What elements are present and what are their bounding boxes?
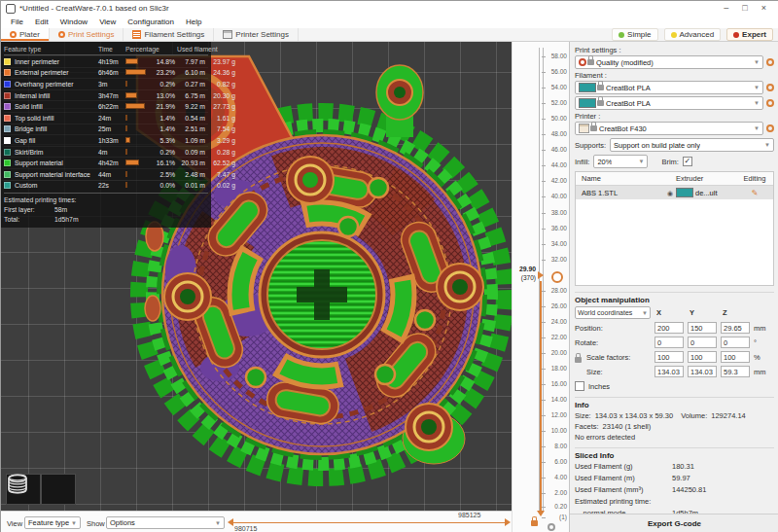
printer-icon	[579, 124, 589, 133]
total-time: 1d5h7m	[54, 215, 208, 225]
ruler-tick-label: 6.00	[546, 458, 567, 465]
move-slider-right-cap[interactable]	[505, 518, 511, 526]
menu-help[interactable]: Help	[180, 18, 207, 26]
ruler-tick-label: 16.00	[546, 380, 567, 387]
info-volume-value: 129274.14	[711, 411, 745, 420]
chevron-down-icon: ▼	[754, 59, 760, 65]
printer-label: Printer :	[575, 112, 774, 121]
filament-select-2[interactable]: CreatBot PLA ▼	[575, 96, 763, 110]
scale-z-field[interactable]: 100	[721, 351, 750, 363]
tab-filament-settings-label: Filament Settings	[144, 30, 204, 39]
mode-advanced[interactable]: Advanced	[664, 28, 722, 41]
ruler-tick-label: 18.00	[546, 365, 567, 372]
stacked-cylinder-icon	[6, 474, 29, 495]
tab-filament-settings[interactable]: Filament Settings	[124, 28, 214, 41]
ruler-tick-label: 28.00	[546, 287, 567, 294]
eye-icon[interactable]: ◉	[667, 190, 673, 196]
print-settings-select[interactable]: Quality (modified) ▼	[575, 55, 763, 69]
layer-settings-gear-icon[interactable]	[548, 523, 555, 531]
minimize-button[interactable]: –	[724, 4, 728, 13]
uniform-scale-lock-icon[interactable]	[575, 357, 582, 363]
filament-select-1[interactable]: CreatBot PLA ▼	[575, 81, 763, 94]
filament-1-gear-icon[interactable]	[766, 84, 774, 91]
bottom-bar: View Feature type▼ Show Options▼ 985125 …	[1, 511, 512, 532]
info-volume-label: Volume:	[681, 411, 707, 420]
table-row[interactable]: ABS 1.STL◉ de...ult ✎	[576, 186, 773, 199]
printer-gear-icon[interactable]	[766, 124, 774, 132]
rotate-x-field[interactable]: 0	[654, 337, 684, 348]
scale-y-field[interactable]: 100	[688, 351, 717, 363]
size-x-field[interactable]: 134.03	[654, 366, 684, 377]
edit-icon[interactable]: ✎	[752, 189, 759, 197]
show-select[interactable]: Options▼	[106, 516, 225, 529]
supports-select[interactable]: Support on build plate only ▼	[610, 138, 774, 152]
layer-view-buttons	[6, 474, 76, 505]
rotate-z-field[interactable]: 0	[721, 337, 750, 348]
view-select[interactable]: Feature type▼	[24, 516, 81, 529]
tab-print-settings[interactable]: Print Settings	[50, 28, 124, 41]
title-bar: *Untitled - CreatWare-7.0.1 based on Sli…	[1, 1, 778, 16]
layer-slider-handle-ring[interactable]	[551, 271, 563, 283]
position-z-field[interactable]: 29.65	[721, 322, 750, 334]
lock-icon	[597, 100, 604, 106]
object-manipulation-title: Object manipulation	[575, 292, 774, 304]
legend-row: Top solid infill24m1.4%0.54 m1.61 g	[4, 112, 208, 124]
mode-expert[interactable]: Expert	[726, 28, 773, 41]
ruler-tick-label: 0.20	[546, 503, 567, 510]
tab-plater[interactable]: Plater	[1, 28, 50, 41]
legend-row: Inner perimeter4h19m14.8%7.97 m23.97 g	[4, 55, 208, 67]
percentage-bar	[125, 125, 127, 131]
mode-simple[interactable]: Simple	[612, 28, 657, 41]
tab-print-settings-label: Print Settings	[68, 30, 115, 39]
printer-select[interactable]: CreatBot F430 ▼	[575, 122, 763, 135]
menu-view[interactable]: View	[93, 18, 122, 26]
position-y-field[interactable]: 150	[688, 322, 717, 334]
export-gcode-button[interactable]: Export G-code	[570, 514, 778, 532]
move-slider-left-cap[interactable]	[228, 518, 233, 526]
chevron-down-icon: ▼	[638, 159, 644, 164]
layer-slider[interactable]: 58.0056.0054.0052.0050.0048.0046.0044.00…	[512, 42, 569, 532]
chevron-down-icon: ▼	[754, 100, 760, 106]
info-facets-label: Facets:	[575, 422, 599, 431]
print-settings-gear-icon[interactable]	[766, 58, 774, 66]
move-slider[interactable]	[231, 522, 505, 523]
objects-table-empty-area[interactable]	[576, 199, 773, 285]
lock-icon	[590, 125, 597, 131]
infill-select[interactable]: 20% ▼	[593, 155, 648, 168]
ruler-tick-label: 24.00	[546, 318, 567, 325]
size-unit: mm	[754, 368, 777, 376]
position-x-field[interactable]: 200	[654, 322, 684, 334]
layer-slider-handle[interactable]	[538, 271, 544, 279]
ruler-tick-label: 38.00	[546, 209, 567, 216]
rotate-y-field[interactable]: 0	[688, 337, 717, 348]
menu-edit[interactable]: Edit	[29, 18, 54, 26]
filament-label: Filament :	[575, 71, 774, 80]
layer-range-bottom-arrow	[537, 511, 545, 516]
size-y-field[interactable]: 134.03	[688, 366, 717, 377]
ruler-tick-label: 32.00	[546, 256, 567, 263]
plater-icon	[10, 31, 17, 38]
objects-table: Name Extruder Editing ABS 1.STL◉ de...ul…	[575, 171, 774, 286]
filament-2-gear-icon[interactable]	[766, 99, 774, 107]
percentage-bar	[125, 160, 139, 165]
app-icon	[6, 4, 16, 14]
layer-lock-icon[interactable]	[531, 520, 538, 526]
extruder-color-swatch	[676, 188, 693, 197]
print-settings-icon	[58, 31, 65, 38]
tab-printer-settings[interactable]: Printer Settings	[214, 28, 299, 41]
close-button[interactable]: ×	[761, 4, 766, 13]
scale-x-field[interactable]: 100	[654, 351, 684, 363]
menu-window[interactable]: Window	[54, 18, 93, 26]
all-layers-view-button[interactable]	[41, 474, 76, 505]
size-z-field[interactable]: 59.3	[721, 366, 750, 377]
ruler-tick-label: 34.00	[546, 240, 567, 247]
menu-file[interactable]: File	[5, 18, 29, 26]
menu-configuration[interactable]: Configuration	[122, 18, 180, 26]
inches-checkbox[interactable]	[575, 381, 584, 391]
maximize-button[interactable]: □	[742, 4, 747, 13]
brim-checkbox[interactable]: ✓	[683, 157, 692, 166]
3d-viewport[interactable]: Feature type Time Percentage Used filame…	[1, 42, 512, 511]
coordinates-select[interactable]: World coordinates▼	[575, 306, 651, 319]
axis-y-label: Y	[688, 308, 717, 317]
brim-label: Brim:	[661, 158, 679, 166]
